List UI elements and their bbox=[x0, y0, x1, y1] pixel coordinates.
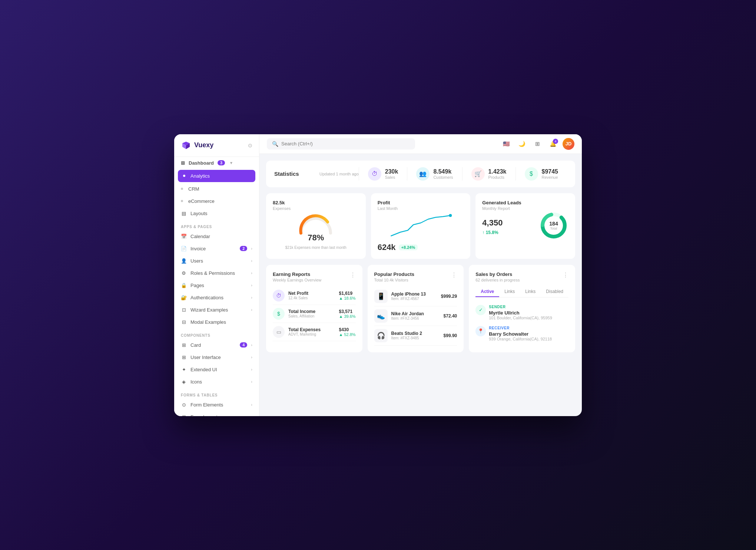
product-nike: 👟 Nike Air Jordan Item: #FXZ-3456 $72.40 bbox=[374, 306, 457, 326]
ui-label: User Interface bbox=[190, 355, 247, 360]
earning-item-total-income: $ Total Income Sales, Affiliation $3,571… bbox=[273, 305, 356, 323]
donut-label: Total bbox=[549, 227, 558, 230]
sender-item: ✓ SENDER Myrtle Ullrich 101 Boulder, Cal… bbox=[475, 302, 568, 323]
products-value: 1.423k bbox=[488, 168, 507, 175]
stat-sales: ⏱ 230k Sales bbox=[359, 167, 407, 181]
flag-button[interactable]: 🇺🇸 bbox=[500, 138, 512, 150]
receiver-icon: 📍 bbox=[475, 326, 486, 336]
sidebar-item-extended[interactable]: ✦ Extended UI › bbox=[174, 363, 259, 376]
total-expenses-name: Total Expenses bbox=[288, 327, 335, 332]
user-avatar[interactable]: JD bbox=[563, 138, 574, 150]
dot-icon bbox=[183, 175, 185, 177]
total-income-info: Total Income Sales, Affiliation bbox=[288, 309, 335, 318]
pin-icon[interactable]: ⊙ bbox=[248, 142, 252, 148]
iphone-price: $999.29 bbox=[441, 294, 457, 299]
sidebar-item-crm[interactable]: CRM bbox=[174, 183, 259, 195]
tab-links-1[interactable]: Links bbox=[499, 287, 520, 297]
sidebar-item-icons[interactable]: ◈ Icons › bbox=[174, 376, 259, 388]
expenses-card: 82.5k Expenses bbox=[266, 193, 366, 259]
gauge-chart bbox=[297, 214, 334, 236]
icons-label: Icons bbox=[190, 379, 247, 385]
chevron-right-icon: › bbox=[251, 307, 252, 312]
form-elements-icon: ⊙ bbox=[181, 402, 187, 408]
sidebar-item-ui[interactable]: ⊞ User Interface › bbox=[174, 351, 259, 363]
tab-active[interactable]: Active bbox=[475, 287, 499, 297]
beats-thumb: 🎧 bbox=[374, 329, 388, 342]
search-bar[interactable]: 🔍 bbox=[267, 138, 415, 149]
svg-point-0 bbox=[449, 214, 452, 217]
nike-id: Item: #FXZ-3456 bbox=[391, 316, 440, 320]
sidebar-item-modal[interactable]: ⊟ Modal Examples bbox=[174, 316, 259, 328]
sidebar-item-ecommerce[interactable]: eCommerce bbox=[174, 195, 259, 207]
profit-bottom: 624k +8.24% bbox=[378, 243, 464, 252]
modal-icon: ⊟ bbox=[181, 319, 187, 325]
net-profit-amount: $1,619 bbox=[339, 291, 356, 296]
tab-disabled[interactable]: Disabled bbox=[541, 287, 568, 297]
net-profit-change-val: 18.6% bbox=[344, 296, 355, 300]
sidebar-item-analytics[interactable]: Analytics bbox=[178, 170, 255, 182]
sidebar-item-dashboard[interactable]: ⊞ Dashboard 3 ▾ bbox=[174, 157, 259, 169]
earning-menu-button[interactable]: ⋮ bbox=[350, 271, 356, 279]
auth-icon: 🔐 bbox=[181, 295, 187, 300]
sidebar-item-wizard[interactable]: ⊡ Wizard Examples › bbox=[174, 304, 259, 316]
apps-button[interactable]: ⊞ bbox=[531, 138, 543, 150]
orders-subtitle: 62 deliveries in progress bbox=[475, 278, 520, 282]
sidebar-item-calendar[interactable]: 📅 Calendar bbox=[174, 230, 259, 243]
leads-content: 4,350 ↑ 15.8% 184 Total bbox=[482, 211, 568, 240]
forms-section-label: FORMS & TABLES bbox=[174, 388, 259, 399]
products-label: Products bbox=[488, 175, 507, 180]
products-title-block: Popular Products Total 10.4k Visitors bbox=[374, 271, 414, 282]
chevron-right-icon: › bbox=[251, 283, 252, 287]
profit-subtitle: Last Month bbox=[378, 206, 464, 211]
arrow-up-icon: ▲ bbox=[339, 332, 343, 337]
users-icon: 👤 bbox=[181, 258, 187, 264]
orders-menu-button[interactable]: ⋮ bbox=[563, 271, 568, 279]
notification-badge: 4 bbox=[553, 139, 558, 144]
sidebar-item-invoice[interactable]: 📄 Invoice 2 › bbox=[174, 243, 259, 255]
extended-label: Extended UI bbox=[190, 367, 247, 372]
search-input[interactable] bbox=[281, 141, 410, 146]
donut-value: 184 bbox=[549, 221, 558, 227]
net-profit-icon: ⏱ bbox=[273, 290, 285, 302]
topbar-actions: 🇺🇸 🌙 ⊞ 🔔 4 JD bbox=[500, 138, 574, 150]
nike-name: Nike Air Jordan bbox=[391, 311, 440, 316]
products-menu-button[interactable]: ⋮ bbox=[451, 271, 457, 279]
sidebar-item-form-elements[interactable]: ⊙ Form Elements › bbox=[174, 399, 259, 411]
card-label: Card bbox=[190, 342, 236, 348]
main-content: 🔍 🇺🇸 🌙 ⊞ 🔔 4 JD bbox=[259, 134, 582, 416]
sidebar-item-pages[interactable]: 🔒 Pages › bbox=[174, 279, 259, 292]
pages-label: Pages bbox=[190, 283, 247, 288]
gauge-container: 78% bbox=[273, 214, 359, 243]
logo-icon bbox=[181, 140, 191, 151]
sidebar-item-roles[interactable]: ⚙ Roles & Permissions › bbox=[174, 267, 259, 279]
sidebar-item-form-layouts[interactable]: ⊟ Form Layouts › bbox=[174, 411, 259, 416]
earning-header: Earning Reports Weekly Earnings Overview… bbox=[273, 271, 356, 282]
sidebar-item-users[interactable]: 👤 Users › bbox=[174, 255, 259, 267]
leads-title: Generated Leads bbox=[482, 200, 568, 205]
sidebar-item-auth[interactable]: 🔐 Authentications › bbox=[174, 292, 259, 304]
notifications-button[interactable]: 🔔 4 bbox=[547, 138, 559, 150]
chevron-right-icon: › bbox=[251, 355, 252, 359]
total-income-amount: $3,571 bbox=[339, 309, 356, 314]
sidebar: Vuexy ⊙ ⊞ Dashboard 3 ▾ Analytics CRM eC… bbox=[174, 134, 259, 416]
statistics-updated: Updated 1 month ago bbox=[319, 172, 359, 176]
chevron-right-icon: › bbox=[251, 379, 252, 384]
expenses-value: 82.5k bbox=[273, 200, 359, 205]
sales-icon: ⏱ bbox=[368, 167, 381, 181]
product-beats: 🎧 Beats Studio 2 Item: #FXZ-9485 $99.90 bbox=[374, 326, 457, 346]
sidebar-item-layouts[interactable]: ▤ Layouts bbox=[174, 207, 259, 220]
sidebar-item-card[interactable]: ⊞ Card 4 › bbox=[174, 339, 259, 351]
tab-links-2[interactable]: Links bbox=[520, 287, 541, 297]
layouts-label: Layouts bbox=[190, 211, 252, 216]
wizard-icon: ⊡ bbox=[181, 307, 187, 313]
profit-card: Profit Last Month 624k +8.24% bbox=[371, 193, 471, 259]
donut-chart: 184 Total bbox=[539, 211, 568, 240]
dot-icon bbox=[181, 200, 183, 202]
sender-address: 101 Boulder, California(CA), 95959 bbox=[489, 316, 552, 320]
chevron-right-icon: › bbox=[251, 295, 252, 300]
theme-toggle-button[interactable]: 🌙 bbox=[516, 138, 528, 150]
stat-revenue: $ $9745 Revenue bbox=[515, 167, 567, 181]
leads-value: 4,350 bbox=[482, 218, 503, 228]
total-expenses-change-val: 52.8% bbox=[344, 332, 355, 337]
products-subtitle: Total 10.4k Visitors bbox=[374, 278, 414, 282]
